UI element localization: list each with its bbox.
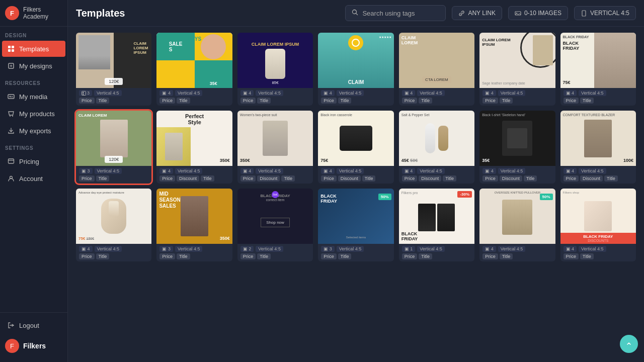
template-card-6[interactable]: CLAIM LOREMIPSUM Sage leather company da… [479, 33, 555, 106]
svg-rect-5 [8, 95, 14, 99]
card-image-9: PerfectStyle 350€ [156, 111, 232, 166]
template-card-9[interactable]: PerfectStyle 350€ ▣ 4 Vertical 4:5 Price [156, 111, 232, 184]
sidebar-header: F Filkers Academy [0, 0, 67, 27]
sidebar-item-account-label: Account [19, 175, 43, 183]
design-section-label: DESIGN [0, 27, 67, 40]
my-products-icon [7, 110, 15, 118]
card-image-2: SALES 35€ DAYS [156, 33, 232, 88]
card-image-8: CLAIM LOREM 120€ [76, 111, 151, 166]
card-meta-2: ▣ 4 Vertical 4:5 Price Title [156, 88, 232, 106]
search-input[interactable] [362, 10, 439, 17]
templates-grid: CLAIMLOREMIPSUM 120€ 3 Vertical 4:5 [68, 27, 644, 362]
card-meta-12: ▣ 4 Vertical 4:5 Price Discount Title [399, 166, 474, 184]
sidebar-item-templates-label: Templates [19, 45, 49, 53]
card-meta-10: ▣ 4 Vertical 4:5 Price Discount Title [237, 166, 313, 184]
template-card-15[interactable]: Advance day eye protect moisture 75€ 150… [76, 189, 151, 261]
svg-rect-9 [9, 159, 14, 163]
sidebar-item-my-designs[interactable]: My designs [2, 58, 65, 74]
page-title: Templates [76, 8, 125, 19]
card-meta-21: ▣ 4 Vertical 4:5 Price Title [560, 244, 636, 261]
images-filter-button[interactable]: 0-10 IMAGES [508, 6, 568, 20]
template-card-8[interactable]: CLAIM LOREM 120€ ▣ 3 Vertical 4:5 [76, 111, 151, 184]
topbar: Templates ANY LINK 0-10 IMAGES [68, 0, 644, 27]
sidebar-item-logout[interactable]: Logout [2, 317, 65, 333]
card-image-7: BLACK FRIDAY BLACKFRIDAY 75€ [560, 33, 636, 88]
template-card-5[interactable]: CLAIMLOREM CTA LOREM ▣ 4 Vertical 4:5 Pr… [399, 33, 474, 106]
card-meta-20: ▣ 4 Vertical 4:5 Price Title [479, 244, 555, 261]
sidebar-item-my-products[interactable]: My products [2, 106, 65, 122]
sidebar-item-my-exports[interactable]: My exports [2, 123, 65, 139]
card-meta-19: ▣ 1 Vertical 4:5 Price Title [399, 244, 474, 261]
logo-icon: F [5, 339, 19, 353]
card-meta-8: ▣ 3 Vertical 4:5 Price Title [76, 166, 151, 184]
card-image-11: Black iron casserole 75€ [318, 111, 393, 166]
template-card-16[interactable]: MIDSEASONSALES 350€ ▣ 3 Vertical 4:5 Pri… [156, 189, 232, 261]
card-meta-18: ▣ 3 Vertical 4:5 Price Title [318, 244, 393, 261]
svg-rect-1 [12, 46, 14, 48]
template-card-17[interactable]: BLACK FRIDAY correct item Shop now 5k€ ▣… [237, 189, 313, 261]
scroll-icon [625, 340, 633, 348]
card-meta-13: ▣ 4 Vertical 4:5 Price Discount Title [479, 166, 555, 184]
vertical-ratio-button[interactable]: VERTICAL 4:5 [574, 6, 636, 20]
sidebar-item-logout-label: Logout [19, 322, 39, 329]
pricing-icon [7, 157, 15, 165]
sidebar: F Filkers Academy DESIGN Templates My de… [0, 0, 68, 362]
sidebar-item-my-media-label: My media [19, 93, 47, 101]
card-meta-6: ▣ 4 Vertical 4:5 Price Title [479, 88, 555, 106]
card-image-18: BLACKFRIDAY 50% Selected items [318, 189, 393, 244]
logout-icon [7, 321, 15, 329]
svg-rect-2 [8, 49, 11, 52]
template-card-4[interactable]: CLAIM ★★★★★ ▣ 4 Vertical 4:5 Price Title [318, 33, 393, 106]
template-card-18[interactable]: BLACKFRIDAY 50% Selected items ▣ 3 Verti… [318, 189, 393, 261]
main-content: Templates ANY LINK 0-10 IMAGES [68, 0, 644, 362]
svg-rect-14 [582, 11, 586, 16]
svg-rect-3 [12, 49, 14, 52]
template-card-20[interactable]: OVERSIZE KNITTED PULLOVER 50% ▣ 4 Vertic… [479, 189, 555, 261]
sidebar-item-pricing[interactable]: Pricing [2, 153, 65, 169]
card-meta-5: ▣ 4 Vertical 4:5 Price Title [399, 88, 474, 106]
card-meta-11: ▣ 4 Vertical 4:5 Price Discount Title [318, 166, 393, 184]
any-link-button[interactable]: ANY LINK [452, 6, 502, 20]
sidebar-item-my-exports-label: My exports [19, 127, 51, 135]
template-card-14[interactable]: COMFORT TEXTURED BLAZER 100€ ▣ 4 Vertica… [560, 111, 636, 184]
sidebar-item-templates[interactable]: Templates [2, 41, 65, 57]
template-card-19[interactable]: Filkers pro -30% BLACKFRIDAY ▣ 1 Vertica… [399, 189, 474, 261]
card-image-14: COMFORT TEXTURED BLAZER 100€ [560, 111, 636, 166]
card-image-20: OVERSIZE KNITTED PULLOVER 50% [479, 189, 555, 244]
template-card-7[interactable]: BLACK FRIDAY BLACKFRIDAY 75€ ▣ 4 Vertica… [560, 33, 636, 106]
search-icon [352, 9, 358, 18]
my-media-icon [7, 93, 15, 101]
card-meta-16: ▣ 3 Vertical 4:5 Price Title [156, 244, 232, 261]
sidebar-item-my-designs-label: My designs [19, 62, 52, 70]
card-meta-15: ▣ 4 Vertical 4:5 Price Title [76, 244, 151, 261]
svg-point-7 [10, 116, 11, 117]
svg-rect-15 [82, 91, 86, 95]
settings-section-label: SETTINGS [0, 139, 67, 153]
my-exports-icon [7, 127, 15, 135]
scroll-to-top-button[interactable] [620, 335, 638, 353]
card-meta-1: 3 Vertical 4:5 Price Title [76, 88, 151, 106]
template-card-10[interactable]: Women's two-piece suit 350€ ▣ 4 Vertical… [237, 111, 313, 184]
template-card-3[interactable]: CLAIM LOREM IPSUM 85€ ▣ 4 Vertical 4:5 P… [237, 33, 313, 106]
svg-point-11 [353, 10, 357, 14]
template-card-21[interactable]: Filkers shop BLACK FRIDAY DISCOUNTS ▣ 4 … [560, 189, 636, 261]
template-card-2[interactable]: SALES 35€ DAYS ▣ 4 Vertical 4:5 [156, 33, 232, 106]
svg-point-18 [625, 340, 633, 348]
sidebar-item-my-media[interactable]: My media [2, 88, 65, 105]
images-icon [515, 10, 521, 17]
sidebar-account-name: Filkers Academy [23, 6, 62, 20]
card-image-13: Black t-shirt 'Skeleton hand' 35€ [479, 111, 555, 166]
avatar: F [5, 6, 19, 20]
sidebar-item-account[interactable]: Account [2, 170, 65, 187]
card-image-6: CLAIM LOREMIPSUM Sage leather company da… [479, 33, 555, 88]
vertical-icon [581, 10, 587, 17]
template-card-12[interactable]: Salt & Pepper Set 45€ 50€ ▣ 4 Vertical 4… [399, 111, 474, 184]
template-card-11[interactable]: Black iron casserole 75€ ▣ 4 Vertical 4:… [318, 111, 393, 184]
card-meta-4: ▣ 4 Vertical 4:5 Price Title [318, 88, 393, 106]
card-image-17: BLACK FRIDAY correct item Shop now 5k€ [237, 189, 313, 244]
template-card-13[interactable]: Black t-shirt 'Skeleton hand' 35€ ▣ 4 Ve… [479, 111, 555, 184]
card-image-3: CLAIM LOREM IPSUM 85€ [237, 33, 313, 88]
card-image-12: Salt & Pepper Set 45€ 50€ [399, 111, 474, 166]
template-card-1[interactable]: CLAIMLOREMIPSUM 120€ 3 Vertical 4:5 [76, 33, 151, 106]
search-bar[interactable] [345, 5, 446, 21]
